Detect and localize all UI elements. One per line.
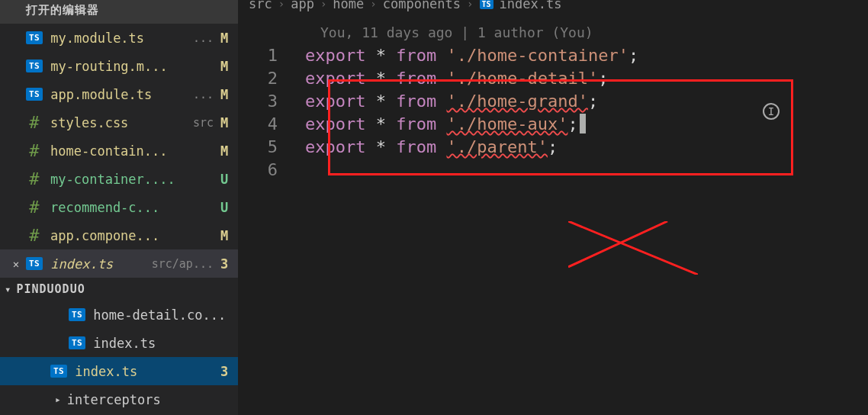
operator: *	[365, 92, 396, 111]
file-name: app.compone...	[50, 228, 214, 243]
open-editor-item[interactable]: TS my.module.ts ... M	[0, 24, 238, 52]
code-line[interactable]: export * from './parent';	[305, 136, 638, 159]
file-status: M	[214, 31, 235, 46]
space	[436, 69, 446, 88]
file-name: index.ts	[93, 336, 238, 351]
file-type-badge: TS	[50, 365, 67, 378]
code-line[interactable]: export * from './home-detail';	[305, 67, 638, 90]
space	[436, 137, 446, 156]
code-content[interactable]: export * from './home-container'; export…	[305, 43, 638, 182]
tree-file-item[interactable]: TS index.ts	[0, 329, 238, 357]
crumb[interactable]: index.ts	[500, 0, 562, 11]
line-number-gutter: 1 2 3 4 5 6	[238, 43, 305, 182]
folder-name: interceptors	[67, 392, 238, 407]
punct: ;	[567, 114, 577, 134]
open-editor-item[interactable]: TS my-routing.m... M	[0, 52, 238, 80]
file-status: U	[214, 200, 235, 215]
operator: *	[365, 46, 396, 65]
crumb[interactable]: src	[249, 0, 272, 11]
file-type-badge: #	[26, 141, 43, 160]
line-number: 4	[238, 113, 278, 136]
breadcrumb-separator-icon: ›	[320, 0, 326, 10]
crumb[interactable]: home	[333, 0, 364, 11]
keyword: from	[396, 137, 436, 156]
open-editor-item-active[interactable]: ✕ TS index.ts src/ap... 3	[0, 249, 238, 278]
close-icon[interactable]: ✕	[6, 258, 26, 270]
file-status: U	[214, 172, 235, 187]
file-name: index.ts	[50, 256, 145, 272]
open-editor-item[interactable]: # styles.css src M	[0, 108, 238, 137]
file-type-badge: TS	[26, 257, 43, 270]
file-type-badge: #	[26, 226, 43, 245]
file-status: M	[214, 228, 235, 243]
open-editor-item[interactable]: # home-contain... M	[0, 137, 238, 165]
line-number: 5	[238, 136, 278, 159]
string-error: './home-aux'	[446, 114, 567, 134]
open-editor-item[interactable]: TS app.module.ts ... M	[0, 80, 238, 108]
tree-file-item-active[interactable]: TS index.ts 3	[0, 357, 238, 385]
code-line[interactable]: export * from './home-grand';	[305, 90, 638, 113]
gitblame-annotation: You, 11 days ago | 1 author (You)	[238, 21, 868, 43]
open-editors-header[interactable]: 打开的编辑器	[0, 0, 238, 24]
line-number: 3	[238, 90, 278, 113]
file-dir: src/ap...	[152, 257, 214, 271]
file-name: my-container....	[50, 172, 214, 187]
file-status: M	[214, 87, 235, 102]
file-name: home-detail.co...	[93, 307, 238, 323]
file-type-badge: TS	[26, 60, 43, 72]
string-error: './home-grand'	[446, 92, 587, 111]
file-status: M	[214, 143, 235, 159]
code-editor[interactable]: 1 2 3 4 5 6 export * from './home-contai…	[238, 43, 868, 182]
keyword: export	[305, 137, 365, 156]
code-line[interactable]	[305, 159, 638, 182]
file-name: my.module.ts	[50, 31, 187, 46]
code-line[interactable]: export * from './home-aux';	[305, 113, 638, 136]
string-error: './parent'	[446, 137, 547, 156]
file-name: recommend-c...	[50, 200, 214, 215]
string: './home-container'	[446, 46, 628, 65]
breadcrumb-separator-icon: ›	[278, 0, 285, 10]
line-number: 1	[238, 44, 278, 67]
breadcrumb-separator-icon: ›	[370, 0, 376, 10]
project-section-header[interactable]: ▾ PINDUODUO	[0, 278, 238, 301]
project-name: PINDUODUO	[16, 282, 85, 296]
punct: ;	[588, 92, 598, 111]
keyword: export	[305, 46, 365, 65]
file-name: my-routing.m...	[50, 59, 214, 74]
open-editor-item[interactable]: # app.compone... M	[0, 221, 238, 249]
file-problem-count: 3	[214, 256, 235, 272]
breadcrumb[interactable]: src› app› home› components› TS index.ts	[238, 0, 868, 12]
breadcrumb-separator-icon: ›	[467, 0, 473, 10]
open-editor-item[interactable]: # my-container.... U	[0, 165, 238, 193]
line-number: 2	[238, 67, 278, 90]
keyword: from	[396, 114, 436, 134]
crumb[interactable]: components	[383, 0, 461, 11]
file-status: M	[214, 115, 235, 130]
keyword: export	[305, 114, 365, 134]
open-editor-item[interactable]: # recommend-c... U	[0, 193, 238, 221]
file-name: styles.css	[50, 115, 187, 130]
file-dir: src	[193, 116, 214, 130]
file-type-badge: TS	[69, 336, 85, 349]
open-editors-list: TS my.module.ts ... M TS my-routing.m...…	[0, 24, 238, 278]
punct: ;	[598, 69, 608, 88]
string: './home-detail'	[446, 69, 598, 88]
keyword: export	[305, 69, 365, 88]
line-number: 6	[238, 159, 278, 182]
file-dir: ...	[193, 31, 214, 45]
file-type-badge: TS	[480, 0, 493, 9]
file-name: app.module.ts	[50, 87, 187, 102]
tree-file-item[interactable]: TS home-detail.co...	[0, 301, 238, 329]
punct: ;	[628, 46, 638, 65]
space	[436, 92, 446, 111]
chevron-down-icon: ▾	[5, 283, 11, 295]
operator: *	[365, 137, 396, 156]
file-problem-count: 3	[214, 364, 235, 379]
space	[436, 46, 446, 65]
keyword: export	[305, 92, 365, 111]
tree-folder-item[interactable]: ▸ interceptors	[0, 385, 238, 413]
file-type-badge: TS	[26, 31, 43, 44]
code-line[interactable]: export * from './home-container';	[305, 44, 638, 67]
space	[436, 114, 446, 134]
crumb[interactable]: app	[291, 0, 314, 11]
